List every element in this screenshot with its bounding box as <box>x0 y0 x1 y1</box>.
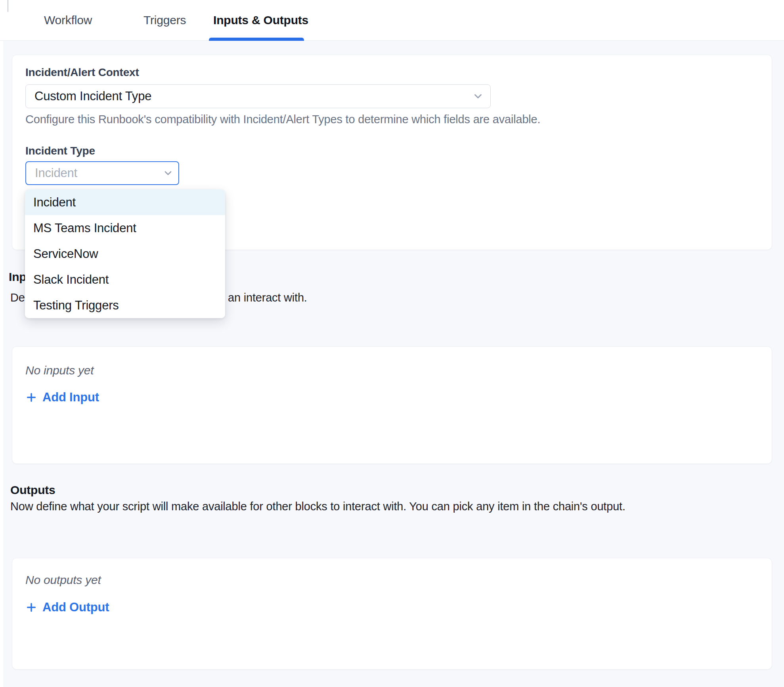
menu-item-ms-teams-incident[interactable]: MS Teams Incident <box>25 215 225 241</box>
add-output-label: Add Output <box>42 600 109 614</box>
menu-item-testing-triggers[interactable]: Testing Triggers <box>25 292 225 318</box>
runbook-config-page: Workflow Triggers Inputs & Outputs Incid… <box>0 0 784 687</box>
menu-item-servicenow[interactable]: ServiceNow <box>25 241 225 267</box>
outputs-section-description: Now define what your script will make av… <box>10 500 625 513</box>
incident-type-label: Incident Type <box>25 145 95 157</box>
menu-item-incident[interactable]: Incident <box>25 189 225 215</box>
add-output-button[interactable]: Add Output <box>25 600 109 614</box>
incident-alert-context-value: Custom Incident Type <box>34 89 151 103</box>
chevron-down-icon <box>163 168 174 179</box>
incident-alert-context-label: Incident/Alert Context <box>25 66 139 79</box>
tab-inputs-outputs[interactable]: Inputs & Outputs <box>213 0 308 40</box>
tab-triggers[interactable]: Triggers <box>143 0 186 40</box>
outputs-card: No outputs yet Add Output <box>12 558 772 670</box>
active-tab-underline <box>209 38 304 41</box>
add-input-button[interactable]: Add Input <box>25 390 99 405</box>
inputs-card: No inputs yet Add Input <box>12 346 772 464</box>
context-helper-text: Configure this Runbook's compatibility w… <box>25 113 540 126</box>
panel-edge-divider <box>8 0 8 12</box>
chevron-down-icon <box>472 90 484 102</box>
plus-icon <box>25 601 37 613</box>
no-inputs-text: No inputs yet <box>25 364 94 377</box>
incident-type-dropdown-menu: Incident MS Teams Incident ServiceNow Sl… <box>25 189 225 318</box>
tab-workflow[interactable]: Workflow <box>44 0 92 40</box>
incident-type-select[interactable]: Incident <box>25 161 179 185</box>
menu-item-slack-incident[interactable]: Slack Incident <box>25 267 225 292</box>
inputs-section-description-right: an interact with. <box>228 291 307 304</box>
incident-alert-context-select[interactable]: Custom Incident Type <box>25 84 491 108</box>
no-outputs-text: No outputs yet <box>25 573 101 587</box>
plus-icon <box>25 391 37 403</box>
incident-type-placeholder: Incident <box>35 166 77 180</box>
add-input-label: Add Input <box>42 390 99 405</box>
tab-bar: Workflow Triggers Inputs & Outputs <box>0 0 784 41</box>
outputs-section-heading: Outputs <box>10 483 55 497</box>
inputs-section-description-left: De <box>10 291 25 304</box>
inputs-section-heading: Inp <box>9 270 26 284</box>
